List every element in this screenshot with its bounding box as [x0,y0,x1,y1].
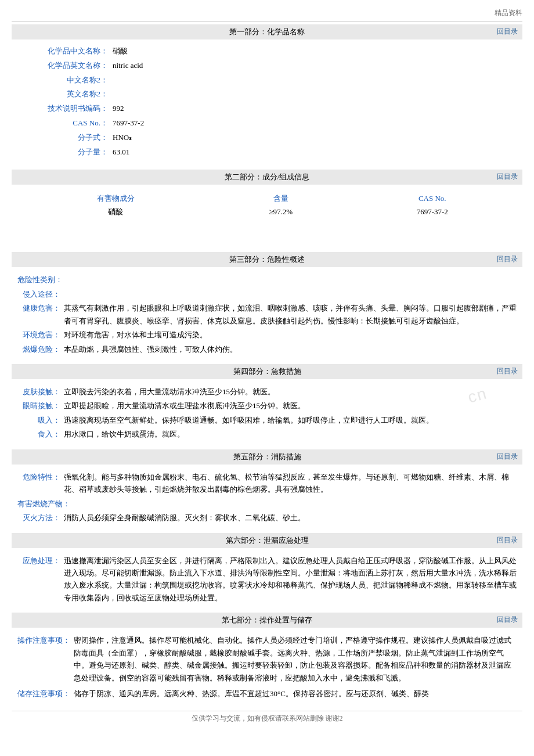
s5-value-0: 强氧化剂。能与多种物质如金属粉末、电石、硫化氢、松节油等猛烈反应，甚至发生爆炸。… [64,471,517,496]
s7-label-0: 操作注意事项： [17,634,74,684]
s4-label-3: 食入： [17,428,64,440]
field-tech-code-label: 技术说明书编码： [17,102,110,116]
field-chinese-name: 化学品中文名称： 硝酸 [17,44,517,59]
section-2-header: 第二部分：成分/组成信息 回目录 [12,170,522,185]
field-mol-weight-value: 63.01 [110,145,517,160]
comp-row-0: 硝酸 ≥97.2% 7697-37-2 [17,206,517,218]
field-formula: 分子式： HNO₃ [17,131,517,145]
s5-row-1: 有害燃烧产物： [17,498,517,510]
field-english-name-label: 化学品英文名称： [17,59,110,73]
field-mol-weight: 分子量： 63.01 [17,145,517,160]
s7-value-1: 储存于阴凉、通风的库房。远离火种、热源。库温不宜超过30°C。保持容器密封。应与… [74,687,517,700]
field-cas-no-label: CAS No.： [17,116,110,131]
s5-label-2: 灭火方法： [17,512,64,524]
s7-label-1: 储存注意事项： [17,687,74,700]
s6-row-0: 应急处理： 迅速撤离泄漏污染区人员至安全区，并进行隔离，严格限制出入。建议应急处… [17,555,517,604]
s5-row-2: 灭火方法： 消防人员必须穿全身耐酸碱消防服。灭火剂：雾状水、二氧化碳、砂土。 [17,512,517,524]
section-5-header: 第五部分：消防措施 回目录 [12,449,522,465]
field-formula-label: 分子式： [17,131,110,145]
footer-text: 仅供学习与交流，如有侵权请联系网站删除 谢谢2 [192,714,343,722]
composition-table: 有害物成分 含量 CAS No. 硝酸 ≥97.2% 7697-37-2 [17,192,517,218]
s4-value-2: 迅速脱离现场至空气新鲜处。保持呼吸道通畅。如呼吸困难，给输氧。如呼吸停止，立即进… [64,414,517,426]
section-3-body: 危险性类别： 侵入途径： 健康危害： 其蒸气有刺激作用，引起眼眼和上呼吸道刺激症… [12,269,522,361]
section-2-title: 第二部分：成分/组成信息 [225,172,310,181]
s3-row-0: 危险性类别： [17,273,517,286]
s3-value-2: 其蒸气有刺激作用，引起眼眼和上呼吸道刺激症状，如流泪、咽喉刺激感、咳咳，并伴有头… [64,302,517,327]
section-6-title: 第六部分：泄漏应急处理 [226,536,309,545]
section-1-header: 第一部分：化学品名称 回目录 [12,24,522,39]
s4-row-1: 眼睛接触： 立即提起眼睑，用大量流动清水或生理盐水彻底冲洗至少15分钟。就医。 [17,399,517,412]
section-5-title: 第五部分：消防措施 [233,452,301,461]
field-mol-weight-label: 分子量： [17,145,110,160]
s4-row-0: 皮肤接触： 立即脱去污染的衣着，用大量流动清水冲洗至少15分钟。就医。 [17,386,517,398]
s5-row-0: 危险特性： 强氧化剂。能与多种物质如金属粉末、电石、硫化氢、松节油等猛烈反应，甚… [17,471,517,496]
section-6-back[interactable]: 回目录 [497,535,518,545]
s5-value-1 [74,498,517,510]
section-2-back[interactable]: 回目录 [497,172,518,182]
s3-label-2: 健康危害： [17,302,64,327]
s4-value-0: 立即脱去污染的衣着，用大量流动清水冲洗至少15分钟。就医。 [64,386,517,398]
section-3-header: 第三部分：危险性概述 回目录 [12,252,522,267]
field-chinese-name-value: 硝酸 [110,44,517,59]
field-chinese-name2-label: 中文名称2： [17,73,110,88]
comp-content-0: ≥97.2% [214,206,348,218]
s3-row-1: 侵入途径： [17,288,517,300]
field-formula-value: HNO₃ [110,131,517,145]
s4-value-3: 用水漱口，给饮牛奶或蛋清。就医。 [64,428,517,440]
section-7-body: 操作注意事项： 密闭操作，注意通风。操作尽可能机械化、自动化。操作人员必须经过专… [12,630,522,705]
field-english-name2-label: 英文名称2： [17,87,110,102]
s5-label-1: 有害燃烧产物： [17,498,74,510]
s4-row-3: 食入： 用水漱口，给饮牛奶或蛋清。就医。 [17,428,517,440]
s3-row-2: 健康危害： 其蒸气有刺激作用，引起眼眼和上呼吸道刺激症状，如流泪、咽喉刺激感、咳… [17,302,517,327]
section-7-back[interactable]: 回目录 [497,615,518,625]
s7-value-0: 密闭操作，注意通风。操作尽可能机械化、自动化。操作人员必须经过专门培训，严格遵守… [74,634,517,684]
field-english-name-value: nitric acid [110,59,517,73]
section-1-back[interactable]: 回目录 [497,27,518,37]
s3-value-3: 对环境有危害，对水体和土壤可造成污染。 [64,329,517,341]
s3-value-0 [66,273,517,286]
s3-label-1: 侵入途径： [17,288,64,300]
section-6-header: 第六部分：泄漏应急处理 回目录 [12,533,522,548]
section-5-back[interactable]: 回目录 [497,452,518,462]
field-tech-code-value: 992 [110,102,517,116]
comp-name-0: 硝酸 [17,206,214,218]
section-4-header: 第四部分：急救措施 回目录 [12,364,522,379]
field-cas-no: CAS No.： 7697-37-2 [17,116,517,131]
s3-row-4: 燃爆危险： 本品助燃，具强腐蚀性、强刺激性，可致人体灼伤。 [17,343,517,355]
section-3-title: 第三部分：危险性概述 [229,255,305,264]
comp-header-content: 含量 [214,192,348,206]
comp-header-cas: CAS No. [348,192,517,206]
s3-value-1 [64,288,517,300]
field-chinese-name2: 中文名称2： [17,73,517,88]
field-chinese-name2-value [110,73,517,88]
s7-row-1: 储存注意事项： 储存于阴凉、通风的库房。远离火种、热源。库温不宜超过30°C。保… [17,687,517,700]
field-english-name2: 英文名称2： [17,87,517,102]
header-title: 精品资料 [495,9,522,17]
section-3-back[interactable]: 回目录 [497,254,518,264]
section-1-title: 第一部分：化学品名称 [229,27,305,36]
section-4-title: 第四部分：急救措施 [233,367,301,376]
comp-header-name: 有害物成分 [17,192,214,206]
field-english-name2-value [110,87,517,102]
field-chinese-name-label: 化学品中文名称： [17,44,110,59]
field-cas-no-value: 7697-37-2 [110,116,517,131]
s3-label-0: 危险性类别： [17,273,66,286]
section-5-body: 危险特性： 强氧化剂。能与多种物质如金属粉末、电石、硫化氢、松节油等猛烈反应，甚… [12,467,522,530]
s3-value-4: 本品助燃，具强腐蚀性、强刺激性，可致人体灼伤。 [64,343,517,355]
comp-table-header: 有害物成分 含量 CAS No. [17,192,517,206]
section-4-body: cn 皮肤接触： 立即脱去污染的衣着，用大量流动清水冲洗至少15分钟。就医。 眼… [12,381,522,446]
section-2-body: 有害物成分 含量 CAS No. 硝酸 ≥97.2% 7697-37-2 [12,187,522,247]
s4-label-2: 吸入： [17,414,64,426]
s5-label-0: 危险特性： [17,471,64,496]
comp-cas-0: 7697-37-2 [348,206,517,218]
s6-value-0: 迅速撤离泄漏污染区人员至安全区，并进行隔离，严格限制出入。建议应急处理人员戴自给… [64,555,517,604]
field-tech-code: 技术说明书编码： 992 [17,102,517,116]
s3-label-4: 燃爆危险： [17,343,64,355]
section-7-title: 第七部分：操作处置与储存 [222,615,312,624]
section-4-back[interactable]: 回目录 [497,366,518,376]
s3-label-3: 环境危害： [17,329,64,341]
section-6-body: 应急处理： 迅速撤离泄漏污染区人员至安全区，并进行隔离，严格限制出入。建议应急处… [12,550,522,610]
s6-label-0: 应急处理： [17,555,64,604]
section-1-table: 化学品中文名称： 硝酸 化学品英文名称： nitric acid 中文名称2： … [17,44,517,159]
header-bar: 精品资料 [12,6,522,22]
